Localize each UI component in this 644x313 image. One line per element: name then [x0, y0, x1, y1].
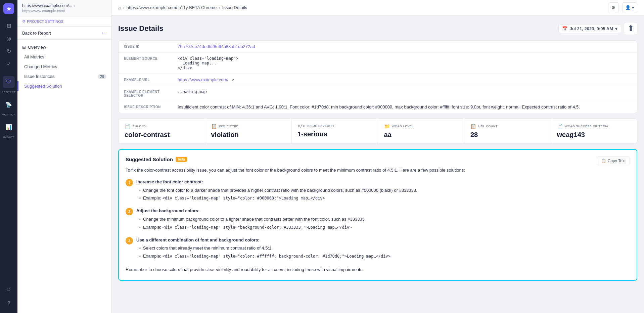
overview-grid-icon: ⊞ — [22, 45, 26, 50]
sidebar-item-issue-instances[interactable]: Issue Instances 28 — [17, 72, 111, 81]
step-1-item-2: Example: <div class="loading-map" style=… — [139, 195, 417, 202]
metric-issue-type-label: 📋 ISSUE TYPE — [211, 124, 285, 129]
details-table: ISSUE ID 79a707cb74ded528e64588a51db272a… — [119, 41, 637, 113]
share-button[interactable]: ⬆ — [624, 22, 637, 35]
solution-step-1: 1 Increase the font color contrast: Chan… — [126, 179, 630, 203]
solution-step-2: 2 Adjust the background colors: Change t… — [126, 208, 630, 232]
back-arrow-icon: ← — [101, 30, 106, 36]
nav-icon-circle[interactable]: ◎ — [3, 32, 15, 44]
content-area: Issue Details 📅 Jul 21, 2023, 9:05 AM ▾ … — [111, 15, 644, 313]
metric-wcag-level-label: 📁 WCAG LEVEL — [384, 124, 458, 129]
issue-details-card: ISSUE ID 79a707cb74ded528e64588a51db272a… — [118, 40, 637, 113]
metric-url-count-label: 📋 URL COUNT — [470, 124, 545, 129]
sidebar: https://www.example.com/... › https://ww… — [17, 0, 111, 313]
issue-type-icon: 📋 — [211, 124, 217, 129]
sidebar-item-overview[interactable]: ⊞ Overview — [17, 42, 111, 52]
protect-icon[interactable]: 🛡 — [3, 76, 15, 88]
description-value: Insufficient color contrast of MIN: 4.36… — [172, 101, 637, 113]
date-selector[interactable]: 📅 Jul 21, 2023, 9:05 AM ▾ — [558, 24, 621, 33]
topbar: ⌂ › https://www.example.com/ a11y BETA C… — [111, 0, 644, 15]
copy-text-button[interactable]: 📋 Copy Text — [597, 156, 630, 165]
date-label: Jul 21, 2023, 9:05 AM — [569, 26, 613, 31]
selector-label: EXAMPLE ELEMENT SELECTOR — [119, 86, 172, 101]
user-chevron-icon: ▾ — [632, 5, 634, 10]
solution-intro: To fix the color-contrast accessibility … — [126, 167, 630, 174]
help-icon[interactable]: ? — [3, 298, 15, 310]
step-3-sublist: Select colors that already meet the mini… — [136, 245, 390, 260]
suggested-solution-card: Suggested Solution beta 📋 Copy Text To f… — [118, 149, 637, 281]
solution-steps-list: 1 Increase the font color contrast: Chan… — [126, 179, 630, 261]
settings-gear-icon: ⚙ — [22, 19, 26, 24]
example-url-link[interactable]: https://www.example.com/ — [178, 77, 228, 82]
metric-card-issue-type: 📋 ISSUE TYPE violation — [205, 119, 292, 143]
solution-footer: Remember to choose colors that provide c… — [126, 266, 630, 273]
wcag-criteria-icon: 📄 — [557, 124, 563, 129]
step-3-item-1: Select colors that already meet the mini… — [139, 245, 390, 252]
settings-icon-btn[interactable]: ⚙ — [608, 2, 619, 13]
breadcrumb-sep-2: › — [219, 5, 220, 10]
protect-label: PROTECT — [2, 91, 16, 94]
monitor-icon[interactable]: 📡 — [3, 98, 15, 110]
breadcrumb-item-2: Issue Details — [222, 5, 247, 10]
breadcrumb-item-1[interactable]: https://www.example.com/ a11y BETA Chrom… — [127, 5, 217, 10]
main-content: ⌂ › https://www.example.com/ a11y BETA C… — [111, 0, 644, 313]
beta-badge: beta — [176, 157, 187, 162]
selector-value: .loading-map — [172, 86, 637, 101]
issue-id-row: ISSUE ID 79a707cb74ded528e64588a51db272a… — [119, 41, 637, 53]
step-2-item-1: Change the minimum background color to a… — [139, 216, 366, 223]
external-link-icon: ↗ — [231, 78, 234, 82]
wcag-level-icon: 📁 — [384, 124, 390, 129]
user-menu-btn[interactable]: 👤 ▾ — [622, 2, 637, 13]
step-2-title: Adjust the background colors: — [136, 208, 366, 215]
sidebar-item-suggested-solution[interactable]: Suggested Solution — [17, 81, 111, 91]
metric-card-rule-id: 📄 RULE ID color-contrast — [119, 119, 205, 143]
metric-cards: 📄 RULE ID color-contrast 📋 ISSUE TYPE vi… — [118, 119, 637, 144]
calendar-icon: 📅 — [562, 26, 567, 31]
app-logo[interactable]: ★ — [3, 3, 14, 14]
metric-severity-value: 1-serious — [297, 130, 372, 138]
issue-id-link[interactable]: 79a707cb74ded528e64588a51db272ad — [178, 44, 255, 49]
url-expand-icon[interactable]: › — [74, 4, 75, 8]
step-1-sublist: Change the font color to a darker shade … — [136, 187, 417, 202]
nav-icon-check[interactable]: ✓ — [3, 58, 15, 70]
nav-icon-refresh[interactable]: ↻ — [3, 45, 15, 57]
element-source-value: <div class="loading-map"> Loading map...… — [172, 53, 637, 74]
metric-card-url-count: 📋 URL COUNT 28 — [464, 119, 551, 143]
date-chevron-icon: ▾ — [615, 26, 617, 31]
page-title-actions: 📅 Jul 21, 2023, 9:05 AM ▾ ⬆ — [558, 22, 637, 35]
suggested-title: Suggested Solution — [126, 156, 173, 162]
metric-rule-id-label: 📄 RULE ID — [125, 124, 199, 129]
example-url-value: https://www.example.com/ ↗ — [172, 74, 637, 86]
project-settings-link[interactable]: ⚙ PROJECT SETTINGS — [17, 16, 111, 27]
step-2-item-2: Example: <div class="loading-map" style=… — [139, 224, 366, 231]
metric-wcag-criteria-value: wcag143 — [557, 131, 631, 139]
copy-icon: 📋 — [601, 159, 606, 163]
suggested-solution-header: Suggested Solution beta — [126, 156, 630, 162]
issue-id-label: ISSUE ID — [119, 41, 172, 53]
solution-step-3: 3 Use a different combination of font an… — [126, 237, 630, 261]
rule-id-icon: 📄 — [125, 124, 131, 129]
breadcrumb: ⌂ › https://www.example.com/ a11y BETA C… — [118, 5, 247, 10]
description-row: ISSUE DESCRIPTION Insufficient color con… — [119, 101, 637, 113]
icon-bar: ★ ⊞ ◎ ↻ ✓ 🛡 PROTECT 📡 MONITOR 📊 IMPACT ☺… — [0, 0, 17, 313]
impact-icon[interactable]: 📊 — [3, 121, 15, 133]
user-avatar-icon[interactable]: ☺ — [3, 283, 15, 296]
metric-issue-type-value: violation — [211, 131, 285, 139]
url-count-icon: 📋 — [470, 124, 476, 129]
step-1-number: 1 — [126, 179, 133, 186]
step-3-item-2: Example: <div class="loading-map" style=… — [139, 253, 390, 260]
sidebar-item-all-metrics[interactable]: All Metrics — [17, 52, 111, 62]
nav-icon-grid[interactable]: ⊞ — [3, 19, 15, 32]
breadcrumb-sep-1: › — [123, 5, 124, 10]
back-to-report[interactable]: Back to Report ← — [17, 27, 111, 40]
sidebar-nav: ⊞ Overview All Metrics Changed Metrics I… — [17, 40, 111, 94]
sidebar-item-changed-metrics[interactable]: Changed Metrics — [17, 62, 111, 72]
sidebar-header: https://www.example.com/... › https://ww… — [17, 0, 111, 16]
metric-url-count-value: 28 — [470, 131, 545, 139]
element-source-row: ELEMENT SOURCE <div class="loading-map">… — [119, 53, 637, 74]
metric-wcag-level-value: aa — [384, 131, 458, 139]
home-icon[interactable]: ⌂ — [118, 5, 121, 10]
page-title-row: Issue Details 📅 Jul 21, 2023, 9:05 AM ▾ … — [118, 22, 637, 35]
example-url-row: EXAMPLE URL https://www.example.com/ ↗ — [119, 74, 637, 86]
metric-card-severity: </> ISSUE SEVERITY 1-serious — [291, 119, 378, 143]
